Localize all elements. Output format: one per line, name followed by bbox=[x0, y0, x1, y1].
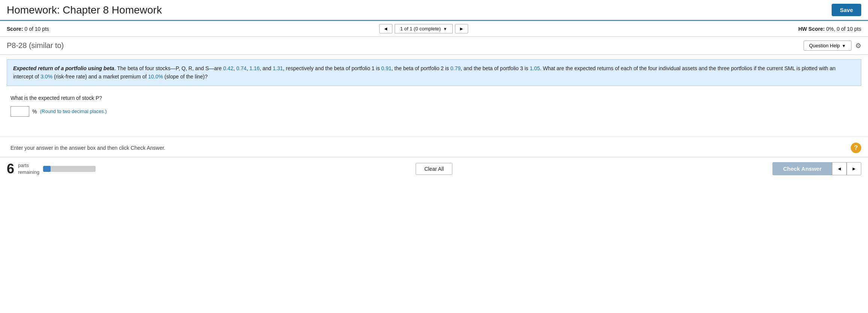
help-circle-button[interactable]: ? bbox=[851, 143, 861, 153]
portfolio2-beta: 0.79 bbox=[450, 65, 461, 71]
round-note: (Round to two decimal places.) bbox=[40, 108, 106, 114]
problem-bold-italic: Expected return of a portfolio using bet… bbox=[13, 65, 114, 71]
bottom-nav-prev-button[interactable]: ◄ bbox=[832, 162, 847, 175]
score-value: 0 of 10 pts bbox=[24, 26, 49, 32]
header-bar: Homework: Chapter 8 Homework Save bbox=[0, 0, 868, 21]
instruction-bar: Enter your answer in the answer box and … bbox=[0, 136, 868, 157]
beta-s: 1.31 bbox=[273, 65, 283, 71]
help-dropdown-arrow: ▼ bbox=[842, 44, 846, 48]
premium-value: 10.0% bbox=[148, 74, 163, 80]
question-body: What is the expected return of stock P? … bbox=[0, 90, 868, 125]
question-help-area: Question Help ▼ ⚙ bbox=[804, 41, 861, 51]
nav-page-selector[interactable]: 1 of 1 (0 complete) ▼ bbox=[395, 24, 453, 33]
answer-row: % (Round to two decimal places.) bbox=[10, 106, 858, 117]
score-bar: Score: 0 of 10 pts ◄ 1 of 1 (0 complete)… bbox=[0, 21, 868, 37]
question-header: P8-28 (similar to) Question Help ▼ ⚙ bbox=[0, 37, 868, 55]
hw-score-label: HW Score: bbox=[798, 26, 825, 32]
answer-input[interactable] bbox=[10, 106, 29, 117]
problem-block: Expected return of a portfolio using bet… bbox=[7, 59, 861, 86]
save-button[interactable]: Save bbox=[832, 4, 861, 16]
intercept-value: 3.0% bbox=[40, 74, 52, 80]
question-help-button[interactable]: Question Help ▼ bbox=[804, 41, 852, 51]
beta-r: 1.16 bbox=[250, 65, 260, 71]
nav-dropdown-arrow: ▼ bbox=[443, 27, 447, 31]
beta-q: 0.74 bbox=[236, 65, 246, 71]
score-right: HW Score: 0%, 0 of 10 pts bbox=[798, 26, 861, 32]
portfolio3-beta: 1.05 bbox=[530, 65, 540, 71]
nav-next-button[interactable]: ► bbox=[455, 24, 468, 33]
progress-bar-fill bbox=[43, 166, 51, 172]
parts-label: parts remaining bbox=[18, 162, 39, 176]
nav-prev-button[interactable]: ◄ bbox=[379, 24, 392, 33]
nav-controls: ◄ 1 of 1 (0 complete) ▼ ► bbox=[379, 24, 468, 33]
check-answer-button[interactable]: Check Answer bbox=[772, 162, 832, 175]
score-label: Score: bbox=[7, 26, 23, 32]
clear-all-button[interactable]: Clear All bbox=[416, 163, 452, 175]
right-actions: Check Answer ◄ ► bbox=[772, 162, 861, 175]
action-bar: 6 parts remaining Clear All Check Answer… bbox=[0, 157, 868, 181]
center-actions: Clear All bbox=[416, 163, 452, 175]
problem-text-before-betas: . The beta of four stocks—P, Q, R, and S… bbox=[114, 65, 223, 71]
portfolio1-beta: 0.91 bbox=[381, 65, 391, 71]
hw-score-value: 0%, 0 of 10 pts bbox=[826, 26, 861, 32]
question-text: What is the expected return of stock P? bbox=[10, 95, 858, 101]
instruction-text: Enter your answer in the answer box and … bbox=[10, 145, 165, 151]
bottom-nav-next-button[interactable]: ► bbox=[847, 162, 861, 175]
text-after-betas: , respectively and the beta of portfolio… bbox=[283, 65, 381, 71]
score-left: Score: 0 of 10 pts bbox=[7, 26, 49, 32]
parts-area: 6 parts remaining bbox=[7, 161, 96, 177]
question-id: P8-28 (similar to) bbox=[7, 41, 64, 50]
settings-icon[interactable]: ⚙ bbox=[855, 42, 861, 50]
page-title: Homework: Chapter 8 Homework bbox=[7, 4, 162, 16]
progress-bar bbox=[43, 166, 96, 172]
parts-number: 6 bbox=[7, 161, 14, 177]
pct-label: % bbox=[32, 108, 37, 114]
beta-p: 0.42 bbox=[223, 65, 233, 71]
